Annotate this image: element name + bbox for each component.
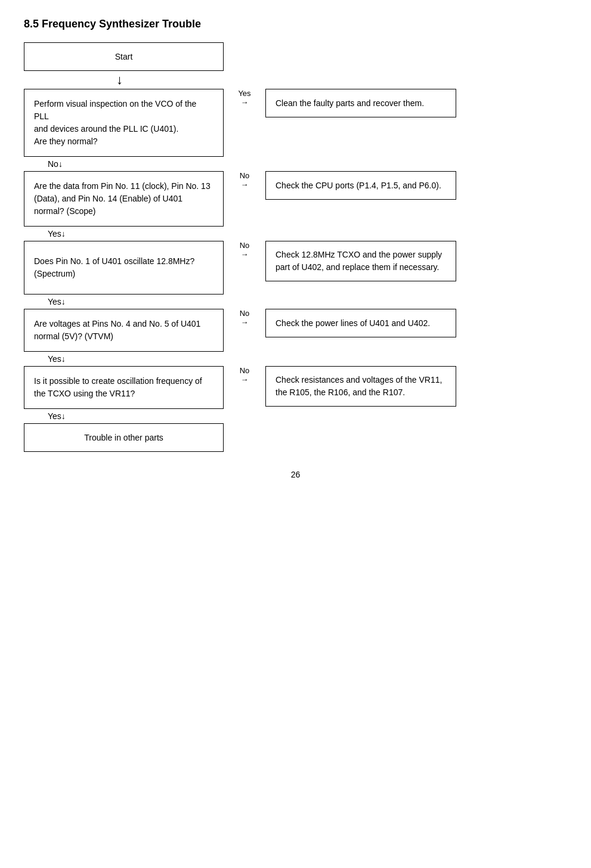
page-title: 8.5 Frequency Synthesizer Trouble: [24, 18, 567, 30]
q2-connector: Are the data from Pin No. 11 (clock), Pi…: [24, 171, 456, 241]
q4-next-label: Yes↓: [48, 354, 66, 364]
arrow-to-q1: ↓: [116, 71, 123, 89]
q5-next-label: Yes↓: [48, 411, 66, 421]
q3-box: Does Pin No. 1 of U401 oscillate 12.8MHz…: [24, 241, 224, 294]
trouble-row: Trouble in other parts: [24, 423, 567, 452]
q2-next-label: Yes↓: [48, 229, 66, 238]
q4-box: Are voltages at Pins No. 4 and No. 5 of …: [24, 309, 224, 352]
start-box: Start: [24, 42, 224, 71]
q1-connector: Perform visual inspection on the VCO of …: [24, 89, 456, 171]
q1-box: Perform visual inspection on the VCO of …: [24, 89, 224, 157]
q3-next-label: Yes↓: [48, 297, 66, 306]
q3-branch-label: No →: [230, 241, 259, 259]
q5-connector: Is it possible to create oscillation fre…: [24, 366, 456, 423]
q1-branch-label: Yes →: [230, 89, 259, 107]
q2-branch-box: Check the CPU ports (P1.4, P1.5, and P6.…: [265, 171, 456, 200]
q3-connector: Does Pin No. 1 of U401 oscillate 12.8MHz…: [24, 241, 456, 309]
q3-branch-box: Check 12.8MHz TCXO and the power supply …: [265, 241, 456, 281]
q5-branch-box: Check resistances and voltages of the VR…: [265, 366, 456, 407]
q2-box: Are the data from Pin No. 11 (clock), Pi…: [24, 171, 224, 227]
q2-branch-label: No →: [230, 171, 259, 189]
q4-branch-label: No →: [230, 309, 259, 327]
start-row: Start: [24, 42, 567, 71]
q4-connector: Are voltages at Pins No. 4 and No. 5 of …: [24, 309, 456, 366]
q1-branch-box: Clean the faulty parts and recover them.: [265, 89, 456, 117]
q5-box: Is it possible to create oscillation fre…: [24, 366, 224, 409]
q5-branch-label: No →: [230, 366, 259, 384]
q4-branch-box: Check the power lines of U401 and U402.: [265, 309, 456, 337]
flowchart: Start ↓ Perform visual inspection on the…: [24, 42, 567, 452]
trouble-box: Trouble in other parts: [24, 423, 224, 452]
page-number: 26: [24, 470, 567, 479]
q1-next-label: No↓: [48, 159, 63, 169]
